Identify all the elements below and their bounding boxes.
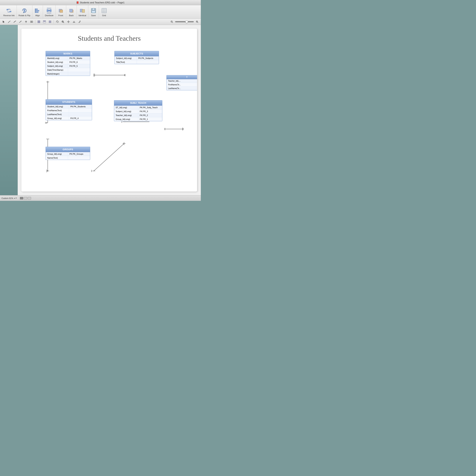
toolbar-save[interactable]: Save — [88, 5, 99, 18]
stamp-tool[interactable] — [71, 19, 77, 24]
main-content: Students and Teachers — [0, 25, 201, 195]
groups-row-1: Group_Id(Long) PK:PK_Groups — [46, 152, 90, 156]
toolbar-distribute[interactable]: Distribute — [43, 5, 55, 18]
svg-rect-23 — [102, 8, 106, 13]
reverse-link-label: Reverse link — [3, 14, 15, 17]
svg-rect-8 — [47, 9, 48, 12]
join-tool[interactable] — [29, 19, 34, 24]
front-icon — [57, 7, 64, 14]
marks-row-2: Student_Id(Long) FK:FR_6 — [46, 60, 90, 64]
select-tool[interactable] — [1, 19, 6, 24]
students-row-3: LastName(Text) — [46, 113, 92, 116]
teachers-partial-table[interactable]: T Teacher_Id(L... FirstName(Te... LastNa… — [166, 75, 197, 90]
left-sidebar — [0, 25, 18, 195]
subj-teach-table[interactable]: SUBJ_TEACH ST_Id(Long) PK:PK_Subj_Teach … — [114, 100, 162, 121]
svg-rect-20 — [92, 8, 94, 10]
svg-rect-50 — [73, 21, 75, 22]
toolbar-grid[interactable]: Grid — [99, 5, 109, 18]
curve-tool[interactable] — [12, 19, 17, 24]
sep2 — [53, 20, 54, 24]
rotate-flip-label: Rotate & Flip — [18, 14, 31, 17]
zoom-display[interactable]: Custom 61% ▲▼ — [1, 197, 17, 199]
svg-line-89 — [183, 129, 184, 130]
back-label: Back — [69, 14, 73, 17]
groups-header: GROUPS — [46, 147, 90, 152]
zoom-out-button[interactable] — [169, 19, 174, 24]
refresh-tool[interactable] — [55, 19, 60, 24]
svg-line-75 — [47, 171, 48, 172]
svg-rect-5 — [35, 10, 39, 11]
subjects-header: SUBJECTS — [115, 51, 159, 56]
svg-rect-4 — [35, 9, 37, 10]
zoom-arrow[interactable]: ▲▼ — [14, 197, 17, 199]
zoom-thumb[interactable] — [185, 20, 188, 23]
svg-rect-18 — [82, 9, 85, 13]
status-bar: Custom 61% ▲▼ — [0, 195, 201, 201]
students-table[interactable]: STUDENTS Student_Id(Long) PK:PK_Students… — [46, 99, 92, 120]
toolbar-front[interactable]: Front — [56, 5, 66, 18]
svg-rect-37 — [39, 22, 40, 23]
svg-line-70 — [124, 75, 126, 76]
page-indicator-3[interactable] — [28, 197, 31, 200]
secondary-toolbar — [0, 18, 201, 25]
svg-rect-39 — [44, 21, 44, 22]
teachers-partial-header: T — [167, 75, 197, 79]
students-row-4: Group_Id(Long) FK:FR_4 — [46, 116, 92, 120]
svg-rect-22 — [92, 11, 95, 13]
svg-rect-36 — [38, 22, 39, 23]
subjects-table[interactable]: SUBJECTS Subject_Id(Long) PK:PK_Subjects… — [114, 51, 159, 64]
line-tool[interactable] — [7, 19, 12, 24]
page-indicators — [20, 197, 31, 200]
split-tool[interactable] — [23, 19, 29, 24]
toolbar-rotate-flip[interactable]: Rotate & Flip — [17, 5, 33, 18]
toolbar-reverse-link[interactable]: Reverse link — [1, 5, 17, 18]
page-indicator-2[interactable] — [24, 197, 27, 200]
students-header: STUDENTS — [46, 100, 92, 105]
svg-rect-1 — [10, 11, 11, 12]
svg-rect-33 — [32, 21, 33, 22]
svg-marker-43 — [56, 22, 57, 22]
groups-table[interactable]: GROUPS Group_Id(Long) PK:PK_Groups Name(… — [46, 147, 90, 160]
save-icon — [90, 7, 97, 14]
zoom-in-button[interactable] — [194, 19, 200, 24]
subjects-row-2: Title(Text) — [115, 60, 159, 64]
subjects-row-1: Subject_Id(Long) PK:PK_Subjects — [115, 56, 159, 60]
svg-rect-34 — [38, 21, 39, 22]
svg-line-74 — [47, 170, 48, 171]
subj-teach-row-4: Group_Id(Long) FK:FR_1 — [114, 117, 162, 121]
zoom-tool[interactable] — [60, 19, 66, 24]
svg-rect-6 — [35, 12, 38, 13]
ungroup-tool[interactable] — [42, 19, 47, 24]
identical-icon — [79, 7, 86, 14]
students-row-2: FirstName(Text) — [46, 109, 92, 113]
subj-teach-row-3: Teacher_Id(Long) FK:FR_2 — [114, 113, 162, 117]
select-all-tool[interactable] — [47, 19, 53, 24]
marks-table[interactable]: MARKS MarkId(Long) PK:PK_Marks Student_I… — [46, 51, 90, 76]
svg-rect-3 — [24, 9, 25, 12]
svg-rect-42 — [49, 21, 51, 22]
zoom-slider[interactable] — [175, 21, 194, 22]
svg-line-53 — [172, 22, 173, 23]
front-label: Front — [58, 14, 63, 17]
toolbar-align[interactable]: Align — [32, 5, 43, 18]
reverse-link-icon — [6, 7, 12, 14]
group-tool[interactable] — [36, 19, 41, 24]
back-icon — [68, 7, 75, 14]
arrow-tool[interactable] — [18, 19, 23, 24]
distribute-label: Distribute — [45, 14, 53, 17]
svg-line-51 — [80, 21, 80, 21]
window-title: Students and Teachers ERD.cdd – Page1 — [80, 1, 124, 4]
canvas-area[interactable]: Students and Teachers — [18, 25, 201, 195]
save-label: Save — [91, 14, 96, 17]
pen-tool[interactable] — [77, 19, 82, 24]
marks-header: MARKS — [46, 51, 90, 56]
page-indicator-1[interactable] — [20, 197, 23, 200]
marks-row-3: Subject_Id(Long) FK:FR_5 — [46, 64, 90, 68]
align-icon — [34, 7, 41, 14]
teachers-partial-row-3: LastName(Te... — [167, 87, 197, 90]
groups-row-2: Name(Text) — [46, 156, 90, 160]
teachers-partial-row-1: Teacher_Id(L... — [167, 79, 197, 83]
toolbar-identical[interactable]: Identical — [77, 5, 88, 18]
toolbar-back[interactable]: Back — [66, 5, 77, 18]
pan-tool[interactable] — [66, 19, 71, 24]
